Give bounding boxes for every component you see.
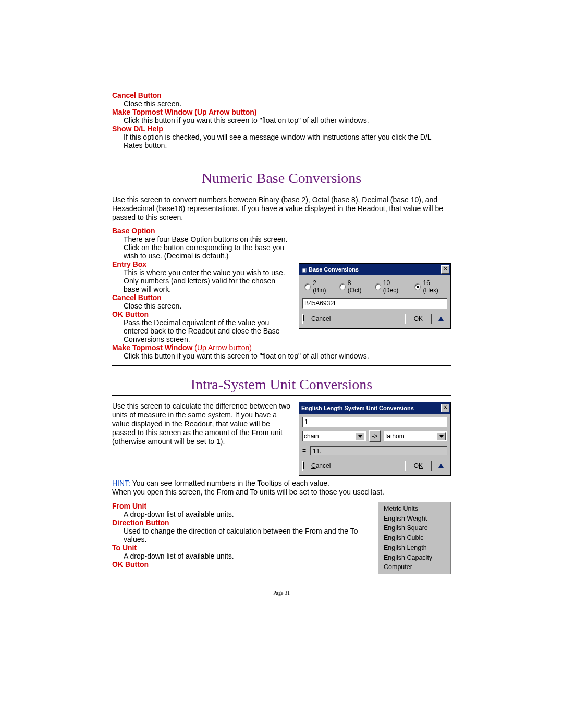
make-topmost-button[interactable]: [435, 313, 447, 325]
to-unit-select[interactable]: fathom: [384, 431, 447, 441]
window-icon: ▣: [301, 266, 307, 273]
term-direction-button: Direction Button: [112, 519, 169, 527]
hint-body: You can see formatted numbers in the Too…: [130, 479, 329, 487]
term-cancel-button-2: Cancel Button: [112, 293, 162, 302]
page-number: Page 31: [112, 590, 451, 596]
top-item-list: Cancel Button Close this screen. Make To…: [112, 91, 451, 150]
list-item[interactable]: English Cubic: [384, 533, 445, 543]
from-unit-select[interactable]: chain: [302, 431, 366, 441]
heading-numeric-base: Numeric Base Conversions: [112, 170, 451, 187]
base-conversions-window: ▣ Base Conversions ✕ 2 (Bin) 8 (Oct) 10 …: [299, 263, 451, 329]
hint-line: HINT: You can see formatted numbers in t…: [112, 479, 451, 497]
list-item[interactable]: English Capacity: [384, 553, 445, 563]
window-title: Base Conversions: [309, 266, 359, 273]
category-listbox[interactable]: Metric Units English Weight English Squa…: [378, 502, 451, 574]
term-ok-button: OK Button: [112, 310, 149, 318]
equals-label: =: [302, 447, 306, 454]
radio-8-oct[interactable]: 8 (Oct): [339, 279, 365, 294]
entry-box-input[interactable]: [302, 298, 447, 309]
heading-intra-system: Intra-System Unit Conversions: [112, 376, 451, 393]
term-to-unit: To Unit: [112, 544, 137, 552]
term-base-option: Base Option: [112, 227, 155, 235]
list-item[interactable]: English Length: [384, 543, 445, 553]
radio-10-dec[interactable]: 10 (Dec): [375, 279, 406, 294]
desc-cancel-button: Close this screen.: [124, 100, 451, 108]
result-readout: 11.: [310, 446, 447, 455]
intro-numeric: Use this screen to convert numbers betwe…: [112, 195, 451, 221]
chevron-down-icon: [356, 432, 364, 440]
hint-line2: When you open this screen, the From and …: [112, 488, 384, 496]
term-show-dl-help: Show D/L Help: [112, 125, 163, 133]
direction-button[interactable]: ->: [369, 430, 381, 442]
close-icon[interactable]: ✕: [441, 265, 449, 274]
desc-make-topmost-2: Click this button if you want this scree…: [124, 352, 451, 360]
desc-show-dl-help: If this option is checked, you will see …: [124, 133, 451, 150]
cancel-button[interactable]: Cancel: [302, 461, 339, 471]
amount-input[interactable]: [302, 417, 447, 427]
close-icon[interactable]: ✕: [441, 404, 449, 412]
make-topmost-button[interactable]: [435, 460, 447, 472]
arrow-up-icon: [438, 464, 444, 468]
term-make-topmost-2-suffix: (Up Arrow button): [192, 343, 252, 352]
hint-label: HINT:: [112, 479, 130, 487]
chevron-down-icon: [437, 432, 446, 440]
desc-base-option: There are four Base Option buttons on th…: [124, 235, 451, 260]
ok-button[interactable]: OK: [405, 461, 432, 471]
radio-2-bin[interactable]: 2 (Bin): [304, 279, 330, 294]
term-ok-button-2: OK Button: [112, 560, 149, 569]
base-radio-group: 2 (Bin) 8 (Oct) 10 (Dec) 16 (Hex): [302, 278, 447, 298]
list-item[interactable]: Metric Units: [384, 504, 445, 514]
arrow-up-icon: [438, 317, 444, 321]
unit-window-title: English Length System Unit Conversions: [301, 405, 414, 411]
radio-16-hex[interactable]: 16 (Hex): [414, 279, 445, 294]
term-cancel-button: Cancel Button: [112, 91, 162, 100]
list-item[interactable]: English Weight: [384, 514, 445, 524]
term-from-unit: From Unit: [112, 502, 146, 510]
term-entry-box: Entry Box: [112, 260, 146, 268]
term-make-topmost-2: Make Topmost Window: [112, 343, 192, 352]
list-item[interactable]: Computer: [384, 562, 445, 572]
desc-make-topmost: Click this button if you want this scree…: [124, 116, 451, 125]
cancel-button[interactable]: Cancel: [302, 314, 339, 324]
list-item[interactable]: English Square: [384, 523, 445, 533]
ok-button[interactable]: OK: [405, 314, 432, 324]
term-make-topmost: Make Topmost Window (Up Arrow button): [112, 108, 257, 116]
unit-conversions-window: English Length System Unit Conversions ✕…: [299, 402, 451, 476]
